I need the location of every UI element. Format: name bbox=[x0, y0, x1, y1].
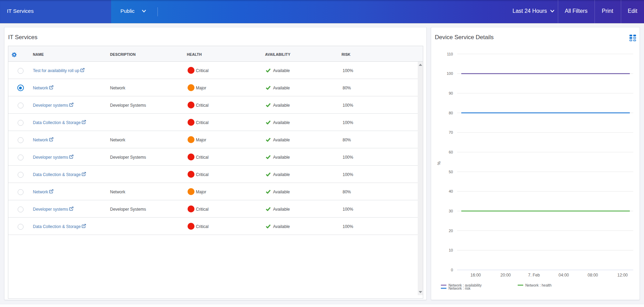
svg-text:100: 100 bbox=[447, 71, 453, 76]
svg-text:12:00: 12:00 bbox=[617, 273, 628, 278]
svg-text:110: 110 bbox=[447, 52, 453, 56]
svg-text:30: 30 bbox=[449, 209, 453, 213]
svg-text:Network : risk: Network : risk bbox=[448, 286, 471, 290]
svg-text:90: 90 bbox=[449, 91, 453, 95]
svg-text:60: 60 bbox=[449, 150, 453, 154]
svg-text:04:00: 04:00 bbox=[559, 273, 569, 278]
svg-text:08:00: 08:00 bbox=[588, 273, 598, 278]
svg-text:50: 50 bbox=[449, 170, 453, 174]
svg-text:20:00: 20:00 bbox=[500, 273, 511, 278]
svg-text:%: % bbox=[437, 161, 442, 165]
svg-text:7. Feb: 7. Feb bbox=[528, 273, 540, 278]
svg-text:70: 70 bbox=[449, 130, 453, 134]
svg-text:10: 10 bbox=[449, 248, 453, 252]
svg-text:Network : health: Network : health bbox=[525, 283, 552, 287]
svg-text:16:00: 16:00 bbox=[470, 273, 481, 278]
svg-text:0: 0 bbox=[451, 268, 453, 272]
svg-text:20: 20 bbox=[449, 229, 453, 233]
svg-text:40: 40 bbox=[449, 189, 453, 193]
svg-text:80: 80 bbox=[449, 111, 453, 115]
